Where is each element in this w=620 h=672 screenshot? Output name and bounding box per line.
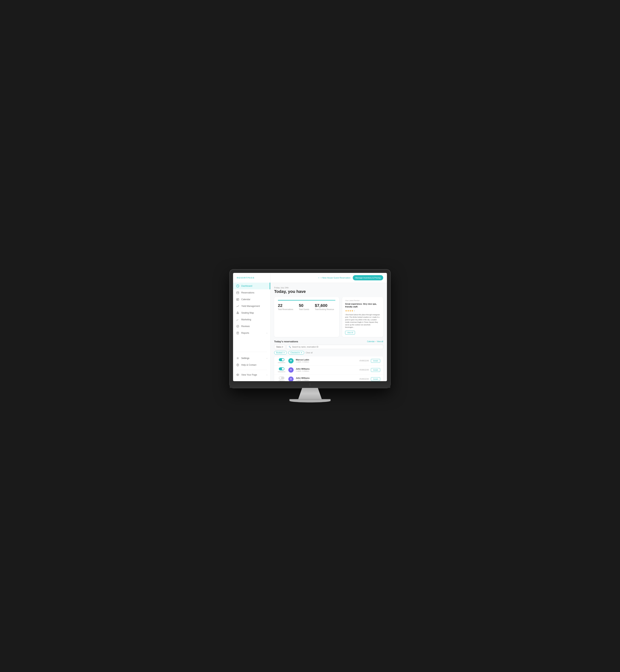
tag-checked-in-remove[interactable]: ✕ <box>301 352 302 354</box>
calendar-link[interactable]: Calendar <box>367 340 375 342</box>
help-icon <box>236 363 240 367</box>
tag-booked: Booked ✕ <box>274 351 287 354</box>
view-all-link[interactable]: View all <box>377 340 383 342</box>
settings-arrow: › <box>267 357 267 359</box>
marketing-icon <box>236 318 240 321</box>
status-dropdown[interactable]: Status ▾ <box>274 345 285 349</box>
reservation-id-2: #54863248 <box>359 369 369 371</box>
details-button-2[interactable]: Details <box>371 368 380 372</box>
details-button-3[interactable]: Details <box>371 377 380 381</box>
settings-icon <box>236 356 240 360</box>
toggle-thumb-3 <box>279 377 281 379</box>
app-logo: RESORTPASS <box>233 277 270 283</box>
table-row: Checked in R John Williams 1 adult, 2 ch… <box>274 366 383 375</box>
plus-icon: + <box>318 277 319 279</box>
sidebar-item-calendar-label: Calendar <box>241 298 250 301</box>
new-reservation-button[interactable]: + + New House Guest Reservation <box>318 277 351 279</box>
sidebar-item-reviews-label: Reviews <box>241 325 250 328</box>
table-row: Check in R John Williams 1 adult, 2 chil… <box>274 375 383 381</box>
date-section: Friday July 24th Today, you have <box>274 286 383 294</box>
sidebar-item-seating-map[interactable]: Seating Map <box>233 310 270 316</box>
svg-rect-1 <box>237 292 239 294</box>
reservations-header: Today's reservations Calendar • View all <box>274 340 383 343</box>
svg-rect-2 <box>237 298 239 300</box>
top-bar: + + New House Guest Reservation Manage I… <box>270 273 387 283</box>
toggle-label-2: Checked in <box>278 371 286 373</box>
sidebar-nav: Dashboard Reservations <box>233 283 270 350</box>
sidebar-item-reports[interactable]: Reports › <box>233 330 270 336</box>
guest-name-2: John Williams <box>296 368 357 370</box>
date-label: Friday July 24th <box>274 286 383 289</box>
guest-details-2: 1 adult, 2 children <box>296 370 357 372</box>
toggle-label-1: Checked in <box>278 362 286 363</box>
stat-reservations: 22 Total Reservations <box>278 303 293 311</box>
sidebar-view-page[interactable]: View Your Page › <box>233 372 270 378</box>
tag-checked-in-label: Checked-In <box>291 352 300 354</box>
toggle-thumb-1 <box>282 358 284 361</box>
reservations-links: Calendar • View all <box>367 340 383 342</box>
review-card: Your Latest Review Great experience. Ver… <box>342 297 383 337</box>
stat-guests: 50 Total Guests <box>299 303 309 311</box>
sidebar-item-settings[interactable]: Settings › <box>233 355 270 361</box>
stats-row: 22 Total Reservations 50 Total Guests $7… <box>278 303 335 311</box>
stat-guests-label: Total Guests <box>299 309 309 311</box>
sidebar-help-label: Help & Contact <box>241 363 256 366</box>
reports-icon <box>236 331 240 335</box>
sidebar-bottom: Settings › Help & Contact <box>233 353 270 378</box>
review-body: I first heard about this place through I… <box>345 314 380 329</box>
sidebar-item-reservations[interactable]: Reservations <box>233 289 270 296</box>
guest-info-2: John Williams 1 adult, 2 children <box>296 368 357 372</box>
sidebar-item-reviews[interactable]: Reviews <box>233 323 270 330</box>
avatar-2: R <box>288 368 294 373</box>
reservations-title: Today's reservations <box>274 340 298 343</box>
tag-booked-remove[interactable]: ✕ <box>283 352 285 354</box>
sidebar-item-dashboard-label: Dashboard <box>241 285 252 287</box>
reservations-section: Today's reservations Calendar • View all <box>274 340 383 381</box>
manage-inventory-button[interactable]: Manage Inventory & Pricing <box>353 275 383 280</box>
sidebar-item-marketing[interactable]: Marketing <box>233 316 270 323</box>
guest-info-1: Marcus Lubin 1 adult, 2 children <box>296 358 357 363</box>
reservation-list: Checked in M Marcus Lubin 1 adult, 2 chi… <box>274 356 383 381</box>
reservation-id-3: #54863248 <box>359 378 369 380</box>
toggle-label-3: Check in <box>278 380 285 381</box>
guest-name-1: Marcus Lubin <box>296 358 357 361</box>
svg-rect-8 <box>237 332 239 334</box>
sidebar-item-calendar[interactable]: Calendar <box>233 296 270 303</box>
sidebar-item-yield-label: Yield Management <box>241 305 260 307</box>
search-icon: 🔍 <box>289 346 291 348</box>
monitor-stand <box>230 388 390 402</box>
sidebar-item-yield-management[interactable]: Yield Management <box>233 303 270 310</box>
stats-review-row: 22 Total Reservations 50 Total Guests $7… <box>274 297 383 337</box>
clear-all-button[interactable]: Clear all <box>306 352 313 354</box>
svg-rect-5 <box>238 313 239 314</box>
toggle-thumb-2 <box>282 368 284 370</box>
view-page-arrow: › <box>267 374 267 376</box>
view-all-reviews-button[interactable]: View All <box>345 331 355 335</box>
toggle-container-1: Checked in <box>277 358 286 363</box>
checkin-toggle-2[interactable] <box>279 368 285 370</box>
review-section-label: Your Latest Review <box>345 299 380 301</box>
sidebar-settings-label: Settings <box>241 357 249 359</box>
details-button-1[interactable]: Details <box>371 359 380 363</box>
new-reservation-label: + New House Guest Reservation <box>320 277 351 279</box>
seating-icon <box>236 311 240 315</box>
stat-reservations-value: 22 <box>278 303 293 308</box>
guest-details-3: 1 adult, 2 children <box>296 379 357 381</box>
sidebar-item-reports-label: Reports <box>241 332 249 334</box>
review-title: Great experience. Very nice spa, friendl… <box>345 302 380 309</box>
svg-point-7 <box>237 325 239 327</box>
reservation-id-1: #54863248 <box>359 360 369 362</box>
checkin-toggle-3[interactable] <box>279 377 285 380</box>
sidebar-item-reservations-label: Reservations <box>241 291 254 294</box>
sidebar-item-marketing-label: Marketing <box>241 318 251 321</box>
view-page-label: View Your Page <box>241 374 257 376</box>
filters-row: Status ▾ 🔍 <box>274 345 383 349</box>
checkin-toggle-1[interactable] <box>279 358 285 361</box>
sidebar-item-dashboard[interactable]: Dashboard <box>233 283 270 289</box>
apple-logo:  <box>309 383 311 387</box>
sidebar: RESORTPASS Dashboard <box>233 273 270 381</box>
sidebar-item-help[interactable]: Help & Contact <box>233 361 270 368</box>
search-input[interactable] <box>292 346 381 348</box>
toggle-container-3: Check in <box>277 377 286 381</box>
stand-base <box>290 399 330 402</box>
